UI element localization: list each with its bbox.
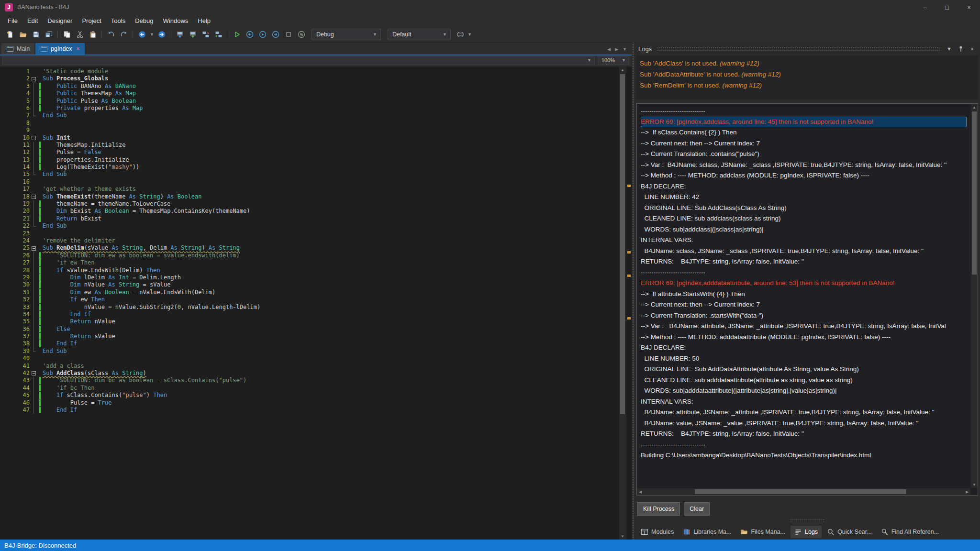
log-line[interactable]: WORDS: sub|addclass|(|sclass|as|string)| xyxy=(641,224,967,235)
log-line[interactable]: CLEANED LINE: sub addclass(sclass as str… xyxy=(641,213,967,224)
log-line[interactable]: --> Current Translation: .contains("puls… xyxy=(641,149,967,160)
panel-close-icon[interactable]: × xyxy=(968,46,976,52)
save-button[interactable] xyxy=(30,29,42,40)
menu-debug[interactable]: Debug xyxy=(130,15,158,26)
log-line[interactable]: --> Var : B4JName: sclass, JSName: _scla… xyxy=(641,160,967,171)
debug-step-button[interactable] xyxy=(270,29,282,40)
clear-button[interactable]: Clear xyxy=(684,502,710,516)
tab-scroll-right-icon[interactable]: ▶ xyxy=(615,47,618,52)
open-project-button[interactable] xyxy=(17,29,29,40)
scroll-up-icon[interactable]: ▲ xyxy=(971,104,978,110)
tab-main[interactable]: Main xyxy=(1,43,34,55)
forward-button[interactable] xyxy=(156,29,168,40)
log-line[interactable]: ------------------------------ xyxy=(641,106,967,117)
menu-help[interactable]: Help xyxy=(193,15,215,26)
panel-tab-logs[interactable]: Logs xyxy=(791,526,822,538)
log-line[interactable]: B4J DECLARE: xyxy=(641,181,967,192)
log-line[interactable]: LINE NUMBER: 50 xyxy=(641,353,967,364)
log-line[interactable]: LINE NUMBER: 42 xyxy=(641,192,967,203)
panel-pin-icon[interactable] xyxy=(957,45,965,53)
cut-button[interactable] xyxy=(74,29,86,40)
log-line[interactable]: RETURNS: B4JTYPE: string, IsArray: false… xyxy=(641,429,967,440)
code-editor[interactable]: 1'Static code module2Sub Process_Globals… xyxy=(0,66,619,540)
menu-tools[interactable]: Tools xyxy=(106,15,130,26)
log-line[interactable]: CLEANED LINE: sub adddataattribute(attri… xyxy=(641,375,967,386)
panel-tab-libraries-ma[interactable]: Libraries Ma... xyxy=(679,526,735,538)
panel-tab-modules[interactable]: Modules xyxy=(637,526,678,538)
tab-scroll-left-icon[interactable]: ◀ xyxy=(607,47,611,52)
warning-item[interactable]: Sub 'AddClass' is not used. (warning #12… xyxy=(640,58,975,69)
log-line[interactable]: --> If attribute.StartsWith( {4} ) Then xyxy=(641,289,967,300)
log-line[interactable]: --> Current next: then --> Current index… xyxy=(641,138,967,149)
log-line[interactable]: WORDS: sub|adddataattribute|(|attribute|… xyxy=(641,386,967,397)
fold-collapse-icon[interactable] xyxy=(32,371,36,375)
panel-tab-quick-sear[interactable]: Quick Sear... xyxy=(823,526,876,538)
scroll-thumb[interactable] xyxy=(695,489,906,494)
scroll-down-icon[interactable]: ▼ xyxy=(971,481,978,488)
log-line[interactable]: INTERNAL VARS: xyxy=(641,235,967,246)
log-line[interactable]: --> Current next: then --> Current index… xyxy=(641,299,967,310)
log-line[interactable]: B4JName: sclass, JSName: _sclass ,ISPRIV… xyxy=(641,246,967,257)
minimize-button[interactable]: – xyxy=(914,0,936,14)
log-output[interactable]: ------------------------------ERROR 69: … xyxy=(637,104,970,488)
sync-to-device-button[interactable] xyxy=(200,29,212,40)
log-line[interactable]: --> Var : B4JName: attribute, JSName: _a… xyxy=(641,321,967,332)
editor-vertical-scrollbar[interactable]: ▲ ▼ xyxy=(619,66,626,540)
scroll-down-icon[interactable]: ▼ xyxy=(619,533,626,540)
tab-close-icon[interactable]: × xyxy=(77,45,80,52)
menu-file[interactable]: File xyxy=(3,15,22,26)
close-button[interactable]: × xyxy=(958,0,980,14)
log-vertical-scrollbar[interactable]: ▲ ▼ xyxy=(971,104,978,488)
save-all-button[interactable] xyxy=(43,29,55,40)
menu-project[interactable]: Project xyxy=(77,15,106,26)
log-line[interactable]: INTERNAL VARS: xyxy=(641,397,967,408)
log-line[interactable]: ORIGINAL LINE: Sub AddDataAttribute(attr… xyxy=(641,364,967,375)
chevron-down-icon[interactable]: ▼ xyxy=(149,32,155,37)
back-button[interactable] xyxy=(136,29,148,40)
warning-marker[interactable] xyxy=(627,251,631,253)
log-line[interactable]: --> Method : ---- METHOD: adddataattribu… xyxy=(641,332,967,343)
panel-tab-find-all-referen[interactable]: Find All Referen... xyxy=(877,526,943,538)
log-line[interactable]: ------------------------------ xyxy=(641,267,967,278)
fold-collapse-icon[interactable] xyxy=(32,77,36,81)
paste-button[interactable] xyxy=(87,29,99,40)
fold-collapse-icon[interactable] xyxy=(32,136,36,140)
log-line-selected[interactable]: ERROR 69: [pgIndex,addclass, around line… xyxy=(641,117,967,128)
scroll-thumb[interactable] xyxy=(620,74,625,414)
log-line[interactable]: ------------------------------ xyxy=(641,440,967,451)
debug-resume-button[interactable] xyxy=(257,29,269,40)
warning-marker[interactable] xyxy=(627,317,631,320)
log-line[interactable]: B4J DECLARE: xyxy=(641,342,967,353)
panel-drag-grip[interactable] xyxy=(657,47,940,51)
run-button[interactable] xyxy=(231,29,243,40)
sync-from-device-button[interactable] xyxy=(213,29,225,40)
log-line[interactable]: --> If sClass.Contains( {2} ) Then xyxy=(641,127,967,138)
warning-marker[interactable] xyxy=(627,275,631,277)
log-line[interactable]: Building C:\Users\ambanga\Desktop\BANano… xyxy=(641,450,967,461)
log-line[interactable]: --> Method : ---- METHOD: addclass (MODU… xyxy=(641,170,967,181)
fold-collapse-icon[interactable] xyxy=(32,246,36,251)
maximize-button[interactable]: □ xyxy=(936,0,958,14)
menu-windows[interactable]: Windows xyxy=(158,15,193,26)
undo-button[interactable] xyxy=(105,29,117,40)
log-line[interactable]: --> Current Translation: .startsWith("da… xyxy=(641,310,967,321)
warning-item[interactable]: Sub 'RemDelim' is not used. (warning #12… xyxy=(640,80,975,91)
debug-mode-select[interactable]: Debug ▼ xyxy=(312,29,381,40)
tab-pgindex[interactable]: pgIndex× xyxy=(35,43,85,55)
debug-attach-button[interactable] xyxy=(244,29,256,40)
scroll-thumb[interactable] xyxy=(972,111,977,275)
scroll-left-icon[interactable]: ◀ xyxy=(637,488,644,495)
zoom-select[interactable]: 100% ▼ xyxy=(598,56,629,65)
menu-edit[interactable]: Edit xyxy=(22,15,43,26)
scroll-right-icon[interactable]: ▶ xyxy=(964,488,970,495)
chevron-down-icon[interactable]: ▼ xyxy=(467,32,473,37)
standby-button[interactable] xyxy=(296,29,308,40)
b4j-bridge-button[interactable] xyxy=(455,29,467,40)
panel-chevron-down-icon[interactable]: ▼ xyxy=(945,46,953,52)
log-horizontal-scrollbar[interactable]: ◀ ▶ xyxy=(637,488,970,495)
tab-list-chevron-icon[interactable]: ▼ xyxy=(623,47,627,52)
redo-button[interactable] xyxy=(118,29,130,40)
compile-release-button[interactable] xyxy=(187,29,199,40)
compile-button[interactable] xyxy=(174,29,186,40)
horizontal-splitter-grip[interactable] xyxy=(635,518,980,523)
